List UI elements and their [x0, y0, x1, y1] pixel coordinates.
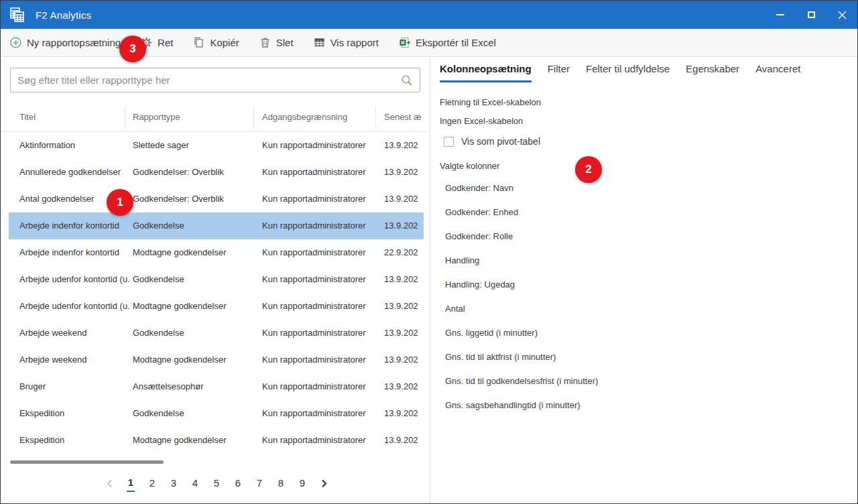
close-icon	[838, 11, 847, 19]
toolbar-item-label: Kopiér	[210, 37, 239, 48]
table-row[interactable]: Annullerede godkendelser Godkendelser: O…	[9, 159, 424, 186]
column-header-senest[interactable]: Senest æ	[384, 103, 426, 132]
cell-senest: 13.9.202	[384, 400, 426, 427]
report-settings-panel: Kolonneopsætning Filter Felter til udfyl…	[430, 58, 857, 503]
cell-rapporttype: Godkendelse	[133, 212, 256, 239]
toolbar-item-label: Ny rapportopsætning	[27, 37, 121, 48]
table-row[interactable]: Arbejde udenfor kontortid (u... Godkende…	[9, 266, 424, 293]
column-item[interactable]: Handling	[440, 249, 848, 273]
toolbar-item-label: Eksportér til Excel	[416, 37, 496, 48]
cell-titel: Annullerede godkendelser	[19, 159, 129, 186]
column-header-titel[interactable]: Titel	[19, 103, 120, 132]
table-row[interactable]: Arbejde indenfor kontortid Modtagne godk…	[9, 239, 424, 266]
close-button[interactable]	[826, 1, 857, 29]
table-row[interactable]: Arbejde udenfor kontortid (u... Modtagne…	[9, 293, 424, 320]
column-item[interactable]: Handling: Ugedag	[440, 273, 848, 297]
report-table: Aktinformation Slettede sager Kun rappor…	[1, 132, 430, 454]
table-row-selected[interactable]: Arbejde indenfor kontortid Godkendelse K…	[9, 212, 424, 239]
page-number: 2	[148, 476, 156, 491]
page-button-1[interactable]: 1	[120, 473, 141, 493]
tab-kolonneopsaetning[interactable]: Kolonneopsætning	[440, 63, 532, 82]
page-next-button[interactable]	[313, 473, 334, 493]
cell-titel: Arbejde udenfor kontortid (u...	[19, 266, 129, 293]
table-header-row: Titel Rapporttype Adgangsbegrænsning Sen…	[1, 103, 430, 132]
table-row[interactable]: Bruger Ansættelsesophør Kun rapportadmin…	[9, 373, 424, 400]
page-button-6[interactable]: 6	[227, 473, 249, 493]
cell-rapporttype: Modtagne godkendelser	[133, 239, 256, 266]
page-button-3[interactable]: 3	[163, 473, 184, 493]
cell-rapporttype: Godkendelse	[133, 400, 256, 427]
horizontal-scrollbar[interactable]	[10, 460, 164, 464]
delete-button[interactable]: Slet	[259, 37, 294, 48]
settings-tabs: Kolonneopsætning Filter Felter til udfyl…	[440, 63, 800, 82]
cell-rapporttype: Modtagne godkendelser	[133, 427, 256, 454]
page-button-2[interactable]: 2	[141, 473, 163, 493]
tab-filter[interactable]: Filter	[548, 63, 570, 82]
app-title: F2 Analytics	[36, 9, 91, 21]
cell-adgang: Kun rapportadministratorer	[262, 132, 379, 159]
column-item[interactable]: Godkender: Navn	[440, 176, 848, 200]
cell-rapporttype: Slettede sager	[133, 132, 256, 159]
tab-felter-til-udfyldelse[interactable]: Felter til udfyldelse	[586, 63, 670, 82]
page-number: 5	[212, 476, 221, 491]
cell-senest: 13.9.202	[384, 293, 426, 320]
table-row[interactable]: Aktinformation Slettede sager Kun rappor…	[9, 132, 424, 159]
cell-senest: 13.9.202	[384, 346, 426, 373]
cell-titel: Arbejde indenfor kontortid	[19, 212, 129, 239]
search-input[interactable]	[11, 74, 401, 86]
copy-button[interactable]: Kopiér	[193, 37, 239, 48]
column-item[interactable]: Gns. sagsbehandlingtid (i minutter)	[440, 393, 848, 418]
column-item[interactable]: Antal	[440, 297, 848, 321]
page-button-4[interactable]: 4	[184, 473, 206, 493]
tab-avanceret[interactable]: Avanceret	[755, 63, 800, 82]
search-icon[interactable]	[401, 74, 413, 86]
table-row[interactable]: Arbejde weekend Modtagne godkendelser Ku…	[9, 346, 424, 373]
column-item[interactable]: Godkender: Rolle	[440, 225, 848, 249]
table-row[interactable]: Arbejde weekend Godkendelse Kun rapporta…	[9, 320, 424, 346]
toolbar-item-label: Slet	[276, 37, 294, 48]
pivot-checkbox[interactable]	[444, 137, 454, 147]
view-report-button[interactable]: Vis rapport	[314, 37, 379, 48]
cell-rapporttype: Ansættelsesophør	[133, 373, 256, 400]
column-item[interactable]: Gns. tid til aktfrist (i minutter)	[440, 345, 848, 369]
table-row[interactable]: Ekspedition Godkendelse Kun rapportadmin…	[9, 400, 424, 427]
minimize-button[interactable]	[765, 1, 796, 29]
new-report-setup-button[interactable]: Ny rapportopsætning	[10, 37, 121, 48]
cell-senest: 13.9.202	[384, 373, 426, 400]
selected-columns-list: Godkender: Navn Godkender: Enhed Godkend…	[440, 176, 848, 418]
search-box	[10, 68, 420, 92]
column-header-rapporttype[interactable]: Rapporttype	[133, 103, 247, 132]
cell-rapporttype: Godkendelse	[133, 266, 256, 293]
excel-template-label: Fletning til Excel-skabelon	[440, 97, 541, 107]
tab-egenskaber[interactable]: Egenskaber	[686, 63, 739, 82]
column-item[interactable]: Gns. liggetid (i minutter)	[440, 321, 848, 345]
table-row[interactable]: Ekspedition Modtagne godkendelser Kun ra…	[9, 427, 424, 454]
export-to-excel-button[interactable]: Eksportér til Excel	[399, 37, 496, 48]
column-item[interactable]: Godkender: Enhed	[440, 200, 848, 225]
column-item[interactable]: Gns. tid til godkendelsesfrist (i minutt…	[440, 369, 848, 393]
page-number: 7	[255, 476, 263, 491]
cell-adgang: Kun rapportadministratorer	[262, 266, 379, 293]
cell-senest: 13.9.202	[384, 186, 426, 212]
page-button-7[interactable]: 7	[249, 473, 270, 493]
cell-titel: Arbejde indenfor kontortid	[19, 239, 129, 266]
page-prev-button[interactable]	[99, 473, 120, 493]
annotation-badge-2: 2	[575, 156, 602, 183]
pagination: 1 2 3 4 5 6 7 8 9	[99, 473, 334, 493]
cell-rapporttype: Godkendelse	[133, 320, 256, 346]
cell-titel: Aktinformation	[19, 132, 129, 159]
page-button-9[interactable]: 9	[292, 473, 313, 493]
pivot-checkbox-row[interactable]: Vis som pivot-tabel	[444, 136, 540, 147]
page-number: 1	[127, 475, 135, 492]
cell-rapporttype: Modtagne godkendelser	[133, 346, 256, 373]
page-number: 3	[170, 476, 178, 491]
page-button-5[interactable]: 5	[206, 473, 227, 493]
page-button-8[interactable]: 8	[270, 473, 292, 493]
titlebar: F2 Analytics	[1, 1, 857, 29]
column-header-adgang[interactable]: Adgangsbegrænsning	[262, 103, 369, 132]
table-icon	[314, 37, 325, 48]
maximize-button[interactable]	[796, 1, 826, 29]
cell-adgang: Kun rapportadministratorer	[262, 346, 379, 373]
table-row[interactable]: Antal godkendelser Godkendelser: Overbli…	[9, 186, 424, 212]
minimize-icon	[776, 14, 784, 15]
